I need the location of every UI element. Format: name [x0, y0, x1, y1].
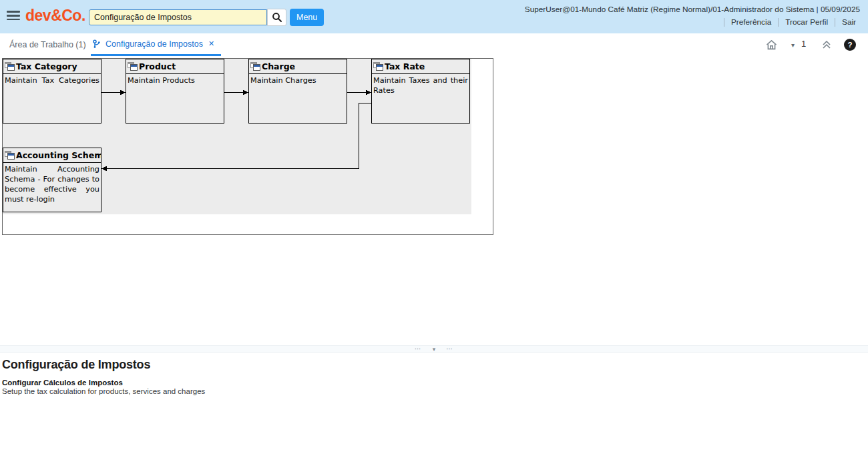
detail-title: Configuração de Impostos [2, 358, 603, 372]
link-logout[interactable]: Sair [835, 18, 863, 27]
tab-workspace-label: Área de Trabalho (1) [9, 40, 86, 49]
workflow-icon [92, 39, 101, 49]
caret-down-icon: ▾ [791, 41, 795, 49]
window-icon [373, 62, 384, 71]
window-icon [5, 151, 15, 160]
search-icon [272, 12, 282, 23]
open-window-count: 1 [801, 39, 806, 49]
tab-tax-setup[interactable]: Configuração de Impostos ✕ [91, 33, 221, 56]
link-switch-profile[interactable]: Trocar Perfil [778, 18, 835, 27]
session-info: SuperUser@01-Mundo Café Matriz (Regime N… [525, 5, 860, 14]
hamburger-icon [7, 11, 21, 20]
link-preferences[interactable]: Preferência [724, 18, 778, 27]
app-logo: dev&Co. [25, 7, 85, 25]
home-button[interactable] [765, 39, 778, 53]
node-description: Maintain Tax Categories [3, 74, 101, 85]
help-icon: ? [847, 41, 852, 49]
tab-tax-setup-label: Configuração de Impostos [105, 39, 203, 49]
tab-workspace[interactable]: Área de Trabalho (1) [0, 33, 95, 56]
node-title: Product [139, 61, 176, 71]
node-description: Maintain Charges [249, 74, 347, 85]
node-title: Accounting Schema [16, 150, 101, 160]
tab-bar: Área de Trabalho (1) Configuração de Imp… [0, 33, 868, 56]
node-title: Tax Category [16, 61, 77, 71]
window-icon [128, 62, 138, 71]
hamburger-menu-button[interactable] [7, 11, 21, 23]
node-description: Maintain Accounting Schema - For changes… [3, 163, 101, 204]
workflow-panel: Tax Category Maintain Tax Categories Pro… [2, 58, 493, 235]
tab-close-icon[interactable]: ✕ [208, 39, 214, 48]
splitter-collapse-caret-icon[interactable]: ▾ [433, 347, 436, 351]
workflow-node-tax-category[interactable]: Tax Category Maintain Tax Categories [3, 59, 101, 124]
detail-description: Setup the tax calculation for products, … [2, 387, 603, 395]
splitter-grip-dots: ⋯ [446, 347, 453, 351]
search-input[interactable] [89, 9, 267, 25]
workflow-node-tax-rate[interactable]: Tax Rate Maintain Taxes and their Rates [371, 59, 470, 124]
workflow-node-accounting-schema[interactable]: Accounting Schema Maintain Accounting Sc… [3, 148, 101, 212]
node-description: Maintain Products [126, 74, 224, 85]
double-chevron-up-icon [821, 39, 833, 51]
workflow-detail-section: Configuração de Impostos Configurar Cálc… [2, 358, 603, 395]
window-icon [5, 62, 15, 71]
header-links: Preferência Trocar Perfil Sair [724, 18, 863, 27]
window-icon [250, 62, 261, 71]
home-icon [765, 39, 778, 51]
node-title: Tax Rate [385, 61, 425, 71]
node-description: Maintain Taxes and their Rates [372, 74, 469, 95]
top-header-bar: dev&Co. Menu SuperUser@01-Mundo Café Mat… [0, 0, 868, 33]
window-list-dropdown[interactable]: ▾ [791, 41, 795, 49]
search-button[interactable] [267, 9, 286, 26]
node-title: Charge [262, 61, 295, 71]
menu-button[interactable]: Menu [290, 9, 324, 26]
collapse-header-button[interactable] [821, 39, 833, 53]
horizontal-splitter[interactable]: ⋯ ▾ ⋯ [0, 345, 868, 353]
splitter-grip-dots: ⋯ [415, 347, 422, 351]
help-button[interactable]: ? [844, 39, 856, 51]
detail-subtitle: Configurar Cálculos de Impostos [2, 379, 603, 387]
workflow-node-product[interactable]: Product Maintain Products [126, 59, 224, 124]
workflow-node-charge[interactable]: Charge Maintain Charges [248, 59, 347, 124]
